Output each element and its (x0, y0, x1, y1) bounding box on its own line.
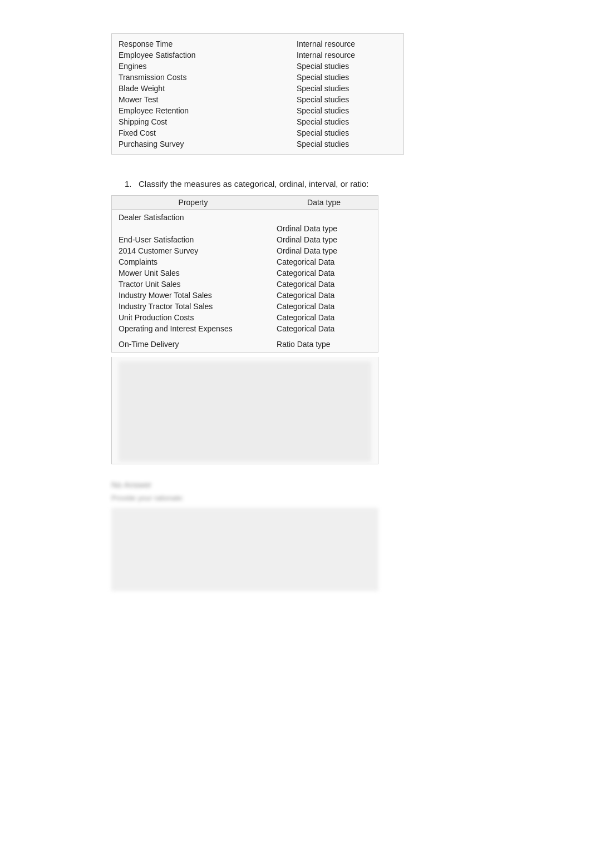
property-cell: Mower Test (119, 95, 297, 104)
source-cell: Special studies (297, 117, 397, 126)
property-cell: Engines (119, 62, 297, 71)
datatype-cell: Ordinal Data type (277, 235, 371, 244)
answer-title: No Answer (111, 480, 480, 489)
source-cell: Special studies (297, 62, 397, 71)
list-item: Employee Satisfaction Internal resource (119, 49, 397, 61)
list-item: Blade Weight Special studies (119, 83, 397, 94)
list-item: Employee Retention Special studies (119, 105, 397, 116)
property-cell: Employee Satisfaction (119, 51, 297, 59)
property-cell: Fixed Cost (119, 128, 297, 137)
table-row: Tractor Unit Sales Categorical Data (119, 279, 371, 290)
property-cell: Complaints (119, 257, 277, 266)
property-cell: Transmission Costs (119, 73, 297, 82)
property-cell: Unit Production Costs (119, 313, 277, 322)
data-table-header: Property Data type (112, 196, 378, 210)
table-row: Operating and Interest Expenses Categori… (119, 323, 371, 334)
table-row: Unit Production Costs Categorical Data (119, 312, 371, 323)
property-cell (119, 224, 277, 233)
table-row: Ordinal Data type (119, 223, 371, 234)
datatype-cell: Categorical Data (277, 302, 371, 311)
list-item: Shipping Cost Special studies (119, 116, 397, 127)
question-1-heading: 1. Classify the measures as categorical,… (125, 179, 480, 189)
property-cell: On-Time Delivery (119, 340, 277, 349)
datatype-cell: Categorical Data (277, 257, 371, 266)
table-row: Complaints Categorical Data (119, 256, 371, 267)
list-item: Engines Special studies (119, 61, 397, 72)
source-cell: Special studies (297, 128, 397, 137)
list-item: Mower Test Special studies (119, 94, 397, 105)
source-cell: Special studies (297, 95, 397, 104)
answer-table-block (111, 508, 378, 591)
datatype-cell: Ordinal Data type (277, 246, 371, 255)
source-cell: Special studies (297, 84, 397, 93)
list-item: Fixed Cost Special studies (119, 127, 397, 138)
list-item: Response Time Internal resource (119, 38, 397, 49)
table-row: Industry Mower Total Sales Categorical D… (119, 290, 371, 301)
question-text: Classify the measures as categorical, or… (139, 179, 369, 189)
property-cell: Operating and Interest Expenses (119, 324, 277, 333)
datatype-cell: Categorical Data (277, 313, 371, 322)
datatype-cell: Categorical Data (277, 280, 371, 289)
property-cell: Shipping Cost (119, 117, 297, 126)
blurred-table-extension (111, 357, 378, 464)
table-row: Industry Tractor Total Sales Categorical… (119, 301, 371, 312)
datatype-cell: Ordinal Data type (277, 224, 371, 233)
answer-subtitle: Provide your rationale: (111, 494, 480, 502)
property-cell: Tractor Unit Sales (119, 280, 277, 289)
table-row: End-User Satisfaction Ordinal Data type (119, 234, 371, 245)
property-cell: Industry Tractor Total Sales (119, 302, 277, 311)
source-cell: Internal resource (297, 51, 397, 59)
property-cell: Employee Retention (119, 106, 297, 115)
top-table: Response Time Internal resource Employee… (111, 33, 404, 155)
list-item: Purchasing Survey Special studies (119, 138, 397, 150)
header-property: Property (119, 198, 277, 207)
property-cell: Dealer Satisfaction (119, 213, 277, 222)
answer-section: No Answer Provide your rationale: (111, 480, 480, 591)
property-cell: End-User Satisfaction (119, 235, 277, 244)
datatype-cell: Categorical Data (277, 324, 371, 333)
property-cell: Industry Mower Total Sales (119, 291, 277, 300)
datatype-cell: Ratio Data type (277, 340, 371, 349)
question-number: 1. (125, 179, 132, 189)
source-cell: Internal resource (297, 39, 397, 48)
datatype-cell: Categorical Data (277, 269, 371, 277)
datatype-cell (277, 213, 371, 222)
property-cell: Blade Weight (119, 84, 297, 93)
property-cell: 2014 Customer Survey (119, 246, 277, 255)
source-cell: Special studies (297, 140, 397, 148)
table-row: Dealer Satisfaction (119, 212, 371, 223)
datatype-cell: Categorical Data (277, 291, 371, 300)
property-cell: Mower Unit Sales (119, 269, 277, 277)
property-cell: Response Time (119, 39, 297, 48)
data-table: Property Data type Dealer Satisfaction O… (111, 195, 378, 353)
source-cell: Special studies (297, 73, 397, 82)
table-row: 2014 Customer Survey Ordinal Data type (119, 245, 371, 256)
data-table-body: Dealer Satisfaction Ordinal Data type En… (112, 210, 378, 352)
header-datatype: Data type (277, 198, 371, 207)
table-row: On-Time Delivery Ratio Data type (119, 339, 371, 350)
property-cell: Purchasing Survey (119, 140, 297, 148)
source-cell: Special studies (297, 106, 397, 115)
list-item: Transmission Costs Special studies (119, 72, 397, 83)
table-row: Mower Unit Sales Categorical Data (119, 267, 371, 279)
